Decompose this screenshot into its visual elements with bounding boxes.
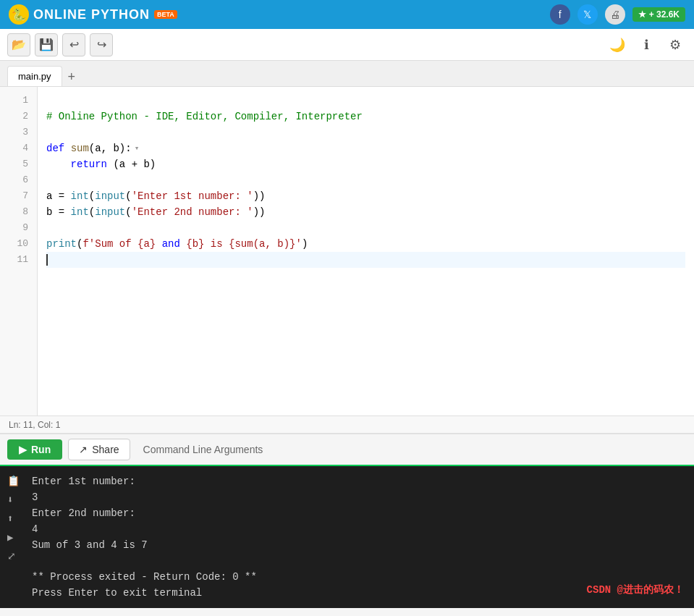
code-line-8: b = int ( input ( 'Enter 2nd number: ' )… xyxy=(46,204,685,220)
term-line-4: 4 xyxy=(32,521,684,537)
term-line-6 xyxy=(32,553,684,569)
run-button[interactable]: ▶ Run xyxy=(7,439,62,460)
tab-bar: main.py + xyxy=(0,61,694,87)
play-icon: ▶ xyxy=(19,444,27,455)
save-button[interactable]: 💾 xyxy=(35,33,58,56)
redo-icon: ↪ xyxy=(97,38,106,51)
code-line-4: def sum (a, b): ▾ xyxy=(46,140,685,156)
toolbar: 📂 💾 ↩ ↪ 🌙 ℹ ⚙ xyxy=(0,29,694,61)
cmd-args-label[interactable]: Command Line Arguments xyxy=(136,439,271,460)
func-sum: sum xyxy=(71,140,89,156)
code-line-2: # Online Python - IDE, Editor, Compiler,… xyxy=(46,109,685,125)
code-line-6 xyxy=(46,172,685,188)
line-num-4: 4 xyxy=(0,140,37,156)
code-line-3 xyxy=(46,125,685,140)
star-icon: ★ xyxy=(638,9,646,20)
comment-span: # Online Python - IDE, Editor, Compiler,… xyxy=(46,109,363,125)
line-numbers: 1 2 3 4 5 6 7 8 9 10 11 xyxy=(0,87,38,415)
term-line-3: Enter 2nd number: xyxy=(32,505,684,521)
line-num-8: 8 xyxy=(0,204,37,220)
line-num-1: 1 xyxy=(0,93,37,109)
run-bar: ▶ Run ↗ Share Command Line Arguments xyxy=(0,434,694,466)
dark-mode-button[interactable]: 🌙 xyxy=(606,33,629,56)
code-line-1 xyxy=(46,93,685,109)
site-title: ONLINE PYTHON xyxy=(33,7,150,22)
watermark: CSDN @进击的码农！ xyxy=(587,582,684,598)
folder-icon: 📂 xyxy=(12,38,26,51)
line-num-9: 9 xyxy=(0,220,37,236)
logo-area: 🐍 ONLINE PYTHON BETA xyxy=(9,4,543,25)
star-count: + 32.6K xyxy=(649,9,680,20)
undo-icon: ↩ xyxy=(69,38,79,51)
share-button[interactable]: ↗ Share xyxy=(68,439,130,460)
term-line-2: 3 xyxy=(32,489,684,505)
beta-badge: BETA xyxy=(154,10,177,19)
twitter-button[interactable]: 𝕏 xyxy=(577,4,598,25)
status-bar: Ln: 11, Col: 1 xyxy=(0,415,694,433)
tab-main-py[interactable]: main.py xyxy=(7,66,62,86)
undo-button[interactable]: ↩ xyxy=(62,33,85,56)
cursor-position: Ln: 11, Col: 1 xyxy=(9,420,60,430)
expand-icon[interactable]: ⤢ xyxy=(7,549,22,563)
term-line-1: Enter 1st number: xyxy=(32,473,684,489)
code-line-5: return (a + b) xyxy=(46,156,685,172)
terminal-icons: 📋 ⬇ ⬆ ▶ ⤢ xyxy=(7,473,22,563)
code-line-10: print ( f'Sum of {a} and {b} is {sum(a, … xyxy=(46,236,685,252)
python-logo-icon: 🐍 xyxy=(9,4,29,25)
term-line-5: Sum of 3 and 4 is 7 xyxy=(32,537,684,553)
star-button[interactable]: ★ + 32.6K xyxy=(632,7,685,22)
download-icon[interactable]: ⬇ xyxy=(7,492,22,507)
facebook-button[interactable]: f xyxy=(550,4,570,25)
print-button[interactable]: 🖨 xyxy=(605,4,625,25)
run-label: Run xyxy=(31,444,51,455)
editor-wrapper: 1 2 3 4 5 6 7 8 9 10 11 # Online Python … xyxy=(0,87,694,434)
kw-def: def xyxy=(46,140,64,156)
share-label: Share xyxy=(92,444,119,455)
line-num-7: 7 xyxy=(0,188,37,204)
editor-content[interactable]: 1 2 3 4 5 6 7 8 9 10 11 # Online Python … xyxy=(0,87,694,415)
redo-button[interactable]: ↪ xyxy=(90,33,113,56)
cursor xyxy=(46,254,54,266)
share-icon: ↗ xyxy=(79,444,88,455)
terminal[interactable]: 📋 ⬇ ⬆ ▶ ⤢ Enter 1st number: 3 Enter 2nd … xyxy=(0,466,694,608)
upload-icon[interactable]: ⬆ xyxy=(7,511,22,526)
terminal-icon[interactable]: ▶ xyxy=(7,530,22,544)
line-num-10: 10 xyxy=(0,236,37,252)
tab-label: main.py xyxy=(18,71,51,82)
header: 🐍 ONLINE PYTHON BETA f 𝕏 🖨 ★ + 32.6K xyxy=(0,0,694,29)
code-editor[interactable]: # Online Python - IDE, Editor, Compiler,… xyxy=(38,87,694,415)
toolbar-right: 🌙 ℹ ⚙ xyxy=(606,33,687,56)
line-num-3: 3 xyxy=(0,125,37,140)
fold-arrow: ▾ xyxy=(135,140,140,156)
save-icon: 💾 xyxy=(39,38,54,51)
code-line-9 xyxy=(46,220,685,236)
info-button[interactable]: ℹ xyxy=(635,33,658,56)
open-folder-button[interactable]: 📂 xyxy=(7,33,30,56)
copy-icon[interactable]: 📋 xyxy=(7,473,22,488)
add-tab-button[interactable]: + xyxy=(62,69,82,85)
code-line-7: a = int ( input ( 'Enter 1st number: ' )… xyxy=(46,188,685,204)
line-num-2: 2 xyxy=(0,109,37,125)
settings-button[interactable]: ⚙ xyxy=(664,33,687,56)
line-num-5: 5 xyxy=(0,156,37,172)
code-line-11 xyxy=(46,252,685,268)
line-num-6: 6 xyxy=(0,172,37,188)
line-num-11: 11 xyxy=(0,252,37,268)
